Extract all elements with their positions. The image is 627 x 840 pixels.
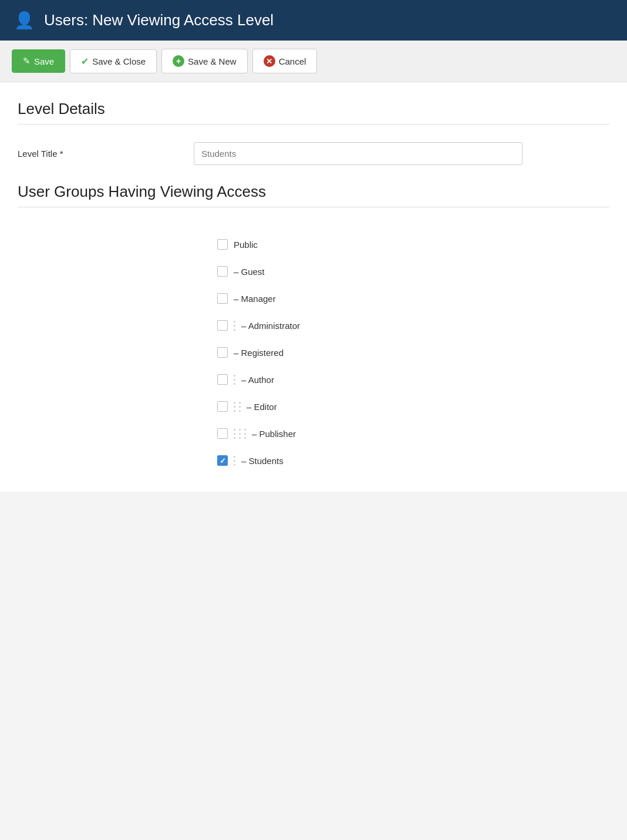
list-item: – Editor — [18, 393, 609, 420]
group-checkbox-public[interactable] — [217, 239, 228, 250]
group-checkbox-registered[interactable] — [217, 347, 228, 358]
dot-col — [234, 429, 235, 439]
level-title-input[interactable] — [194, 142, 522, 165]
indent-dots — [234, 456, 235, 466]
indent-dot — [239, 406, 241, 408]
save-new-label: Save & New — [188, 56, 237, 66]
groups-divider — [18, 207, 609, 207]
save-icon: ✎ — [23, 56, 31, 66]
group-checkbox-administrator[interactable] — [217, 320, 228, 331]
indent-dot — [234, 460, 235, 462]
group-list: Public– Guest– Manager– Administrator– R… — [18, 225, 609, 474]
save-new-button[interactable]: + Save & New — [161, 49, 248, 73]
indent-dot — [234, 406, 235, 408]
save-label: Save — [34, 56, 54, 66]
group-label: Public — [234, 240, 258, 250]
group-checkbox-author[interactable] — [217, 374, 228, 385]
dot-col — [234, 402, 235, 412]
dot-col — [234, 321, 235, 331]
indent-dot — [239, 433, 241, 435]
group-label: – Students — [241, 456, 284, 466]
indent-dots — [234, 429, 246, 439]
indent-dot — [234, 329, 235, 331]
indent-dot — [234, 410, 235, 412]
save-close-label: Save & Close — [92, 56, 146, 66]
group-checkbox-manager[interactable] — [217, 293, 228, 304]
list-item: – Administrator — [18, 312, 609, 339]
group-checkbox-students[interactable] — [217, 455, 228, 466]
group-label: – Manager — [234, 294, 276, 304]
dot-col — [234, 375, 235, 385]
level-title-label: Level Title * — [18, 149, 182, 159]
indent-dot — [234, 456, 235, 458]
cancel-icon: ✕ — [264, 55, 275, 67]
level-details-title: Level Details — [18, 100, 609, 118]
indent-dots — [234, 321, 235, 331]
group-label: – Editor — [247, 402, 277, 412]
indent-dot — [234, 383, 235, 385]
group-label: – Administrator — [241, 321, 300, 331]
section-divider — [18, 124, 609, 125]
save-close-button[interactable]: ✔ Save & Close — [70, 49, 157, 73]
indent-dots — [234, 402, 241, 412]
indent-dot — [239, 429, 241, 431]
group-label: – Publisher — [252, 429, 296, 439]
group-label: – Guest — [234, 267, 265, 277]
indent-dot — [239, 437, 241, 439]
indent-dot — [234, 379, 235, 381]
list-item: – Manager — [18, 285, 609, 312]
indent-dot — [244, 433, 246, 435]
indent-dot — [244, 429, 246, 431]
indent-dot — [234, 402, 235, 404]
group-checkbox-guest[interactable] — [217, 266, 228, 277]
group-label: – Registered — [234, 348, 284, 358]
indent-dot — [234, 375, 235, 377]
dot-col — [234, 456, 235, 466]
save-button[interactable]: ✎ Save — [12, 49, 65, 73]
user-groups-section: User Groups Having Viewing Access Public… — [18, 183, 609, 474]
toolbar: ✎ Save ✔ Save & Close + Save & New ✕ Can… — [0, 41, 627, 82]
page-title: Users: New Viewing Access Level — [44, 11, 274, 29]
list-item: – Publisher — [18, 420, 609, 447]
group-checkbox-publisher[interactable] — [217, 428, 228, 439]
list-item: Public — [18, 231, 609, 258]
indent-dot — [244, 437, 246, 439]
dot-col — [239, 429, 241, 439]
main-content: Level Details Level Title * User Groups … — [0, 82, 627, 492]
list-item: – Students — [18, 447, 609, 474]
group-label: – Author — [241, 375, 274, 385]
level-details-section: Level Details Level Title * — [18, 100, 609, 165]
check-icon: ✔ — [81, 56, 89, 67]
indent-dot — [239, 402, 241, 404]
group-checkbox-editor[interactable] — [217, 401, 228, 412]
indent-dot — [234, 433, 235, 435]
cancel-button[interactable]: ✕ Cancel — [252, 49, 318, 73]
plus-icon: + — [173, 55, 184, 67]
list-item: – Author — [18, 366, 609, 393]
indent-dot — [239, 410, 241, 412]
indent-dot — [234, 325, 235, 327]
indent-dots — [234, 375, 235, 385]
dot-col — [239, 402, 241, 412]
indent-dot — [234, 437, 235, 439]
dot-col — [244, 429, 246, 439]
list-item: – Guest — [18, 258, 609, 285]
indent-dot — [234, 464, 235, 466]
indent-dot — [234, 321, 235, 322]
indent-dot — [234, 429, 235, 431]
page-header: 👤 Users: New Viewing Access Level — [0, 0, 627, 41]
cancel-label: Cancel — [279, 56, 306, 66]
user-icon: 👤 — [14, 11, 35, 30]
list-item: – Registered — [18, 339, 609, 366]
user-groups-title: User Groups Having Viewing Access — [18, 183, 609, 201]
level-title-row: Level Title * — [18, 142, 609, 165]
